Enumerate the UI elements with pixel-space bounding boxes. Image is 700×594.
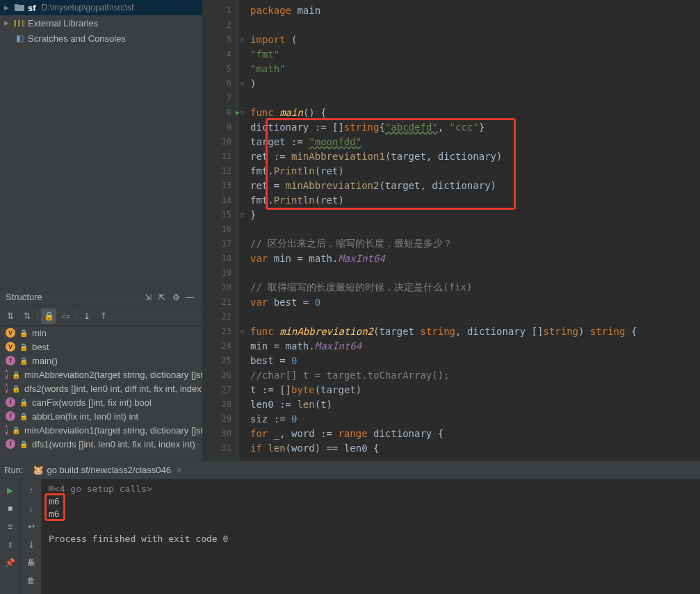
line-number[interactable]: 12 <box>203 163 238 178</box>
structure-panel: Structure ⇲ ⇱ ⚙ — ⇅ ⇅ 🔒 ▭ ⤓ ⤒ V🔒min V🔒be… <box>0 288 202 461</box>
trash-icon[interactable]: 🗑 <box>23 572 40 589</box>
console-line <box>49 521 693 534</box>
lock-icon: 🔒 <box>19 357 28 365</box>
line-number[interactable]: 20 <box>203 280 238 295</box>
autoscroll-from-icon[interactable]: ⤒ <box>96 308 111 324</box>
close-icon[interactable]: × <box>177 465 182 475</box>
structure-item[interactable]: f🔒canFix(words []int, fix int) bool <box>0 395 202 409</box>
code-editor[interactable]: 1 2 3 4 5 6 7 8▶ 9 10 11 12 13 14 15 16 … <box>203 0 700 461</box>
lock-icon: 🔒 <box>12 385 20 393</box>
lock-icon: 🔒 <box>19 399 28 406</box>
line-number[interactable]: 10 <box>203 134 238 149</box>
line-number[interactable]: 24 <box>203 338 238 353</box>
line-number[interactable]: 3 <box>203 32 238 47</box>
project-tree[interactable]: ▶ sf D:\mysetup\gopath\src\sf ▶ ⫿⫿⫿ Exte… <box>0 0 202 288</box>
variable-icon: V <box>6 342 15 352</box>
fold-icon[interactable]: ⊟ <box>241 109 244 116</box>
run-mid-toolbar: ↑ ↓ ↩ ⤓ 🖶 🗑 <box>21 479 42 594</box>
run-console[interactable]: ⊞<4 go setup calls> m6 m6 Process finish… <box>42 479 700 594</box>
line-number[interactable]: 4 <box>203 47 238 61</box>
function-icon: f <box>6 356 15 365</box>
structure-item[interactable]: f🔒dfs2(words []int, len0 int, diff int, … <box>0 381 202 395</box>
tree-item-scratches[interactable]: ◧ Scratches and Consoles <box>0 31 202 46</box>
autoscroll-to-icon[interactable]: ⤓ <box>79 308 95 324</box>
console-line: m6 <box>49 496 693 509</box>
structure-list[interactable]: V🔒min V🔒best f🔒main() f🔒minAbbreviation2… <box>0 326 202 461</box>
structure-item[interactable]: f🔒dfs1(words []int, len0 int, fix int, i… <box>0 437 202 451</box>
code-area[interactable]: package main ⊟import ( "fmt" "math" ⊟) ⊟… <box>239 0 700 461</box>
scratch-icon: ◧ <box>14 33 25 44</box>
chevron-right-icon: ▶ <box>4 19 11 26</box>
minimize-icon[interactable]: — <box>183 290 197 304</box>
fold-end-icon[interactable]: ⊟ <box>241 80 244 87</box>
line-number[interactable]: 11 <box>203 149 238 163</box>
tree-root[interactable]: ▶ sf D:\mysetup\gopath\src\sf <box>0 0 202 15</box>
gutter[interactable]: 1 2 3 4 5 6 7 8▶ 9 10 11 12 13 14 15 16 … <box>203 0 239 461</box>
structure-item[interactable]: f🔒minAbbreviation2(target string, dictio… <box>0 368 202 381</box>
fold-icon[interactable]: ⊟ <box>241 36 244 43</box>
line-number[interactable]: 8▶ <box>203 105 238 119</box>
run-tab[interactable]: 🐹 go build sf/newclass2/class046 × <box>27 463 187 477</box>
line-number[interactable]: 2 <box>203 17 238 32</box>
function-icon: f <box>6 370 8 379</box>
line-number[interactable]: 22 <box>203 309 238 324</box>
variable-icon: V <box>6 328 15 338</box>
run-header: Run: 🐹 go build sf/newclass2/class046 × <box>0 461 700 479</box>
line-number[interactable]: 18 <box>203 251 238 265</box>
structure-item[interactable]: f🔒main() <box>0 354 202 368</box>
line-number[interactable]: 16 <box>203 222 238 236</box>
line-number[interactable]: 30 <box>203 426 238 440</box>
line-number[interactable]: 7 <box>203 90 238 105</box>
stop-icon[interactable]: ■ <box>2 500 19 517</box>
tree-item-libraries[interactable]: ▶ ⫿⫿⫿ External Libraries <box>0 15 202 31</box>
line-number[interactable]: 28 <box>203 397 238 411</box>
line-number[interactable]: 17 <box>203 236 238 251</box>
print-icon[interactable]: 🖶 <box>23 554 40 571</box>
soft-wrap-icon[interactable]: ↩ <box>23 518 40 535</box>
line-number[interactable]: 21 <box>203 295 238 309</box>
line-number[interactable]: 14 <box>203 192 238 207</box>
pin-icon[interactable]: 📌 <box>2 554 19 571</box>
structure-item[interactable]: f🔒abbrLen(fix int, len0 int) int <box>0 409 202 423</box>
sort-visibility-icon[interactable]: ⇅ <box>19 308 35 324</box>
console-line: ⊞<4 go setup calls> <box>49 484 693 496</box>
scroll-end-icon[interactable]: ⤓ <box>23 536 40 553</box>
structure-item[interactable]: f🔒minAbbreviation1(target string, dictio… <box>0 423 202 437</box>
line-number[interactable]: 23 <box>203 324 238 338</box>
layout2-icon[interactable]: ⫴ <box>2 536 19 553</box>
gear-icon[interactable]: ⚙ <box>169 290 183 304</box>
tree-item-label: Scratches and Consoles <box>28 33 126 44</box>
function-icon: f <box>6 439 15 449</box>
line-number[interactable]: 1 <box>203 3 238 17</box>
run-panel: Run: 🐹 go build sf/newclass2/class046 × … <box>0 461 700 594</box>
layout-icon[interactable]: ≡ <box>2 518 19 535</box>
run-title: Run: <box>4 465 23 475</box>
structure-item[interactable]: V🔒min <box>0 326 202 340</box>
lock-icon[interactable]: 🔒 <box>41 308 56 324</box>
line-number[interactable]: 5 <box>203 61 238 76</box>
line-number[interactable]: 31 <box>203 440 238 455</box>
line-number[interactable]: 15 <box>203 207 238 222</box>
structure-header: Structure ⇲ ⇱ ⚙ — <box>0 288 202 306</box>
line-number[interactable]: 27 <box>203 382 238 397</box>
up-icon[interactable]: ↑ <box>23 482 40 499</box>
folder-icon[interactable]: ▭ <box>58 308 73 324</box>
rerun-icon[interactable]: ▶ <box>2 482 19 499</box>
line-number[interactable]: 29 <box>203 411 238 426</box>
fold-end-icon[interactable]: ⊟ <box>241 211 244 218</box>
structure-title: Structure <box>6 292 141 302</box>
expand-icon[interactable]: ⇲ <box>141 290 155 304</box>
line-number[interactable]: 6 <box>203 76 238 90</box>
sort-alpha-icon[interactable]: ⇅ <box>3 308 18 324</box>
line-number[interactable]: 19 <box>203 265 238 280</box>
line-number[interactable]: 25 <box>203 353 238 368</box>
fold-icon[interactable]: ⊟ <box>241 328 244 335</box>
lock-icon: 🔒 <box>12 371 20 379</box>
line-number[interactable]: 9 <box>203 119 238 134</box>
collapse-icon[interactable]: ⇱ <box>155 290 169 304</box>
line-number[interactable]: 13 <box>203 178 238 192</box>
down-icon[interactable]: ↓ <box>23 500 40 517</box>
structure-item[interactable]: V🔒best <box>0 340 202 354</box>
function-icon: f <box>6 425 8 435</box>
line-number[interactable]: 26 <box>203 368 238 382</box>
